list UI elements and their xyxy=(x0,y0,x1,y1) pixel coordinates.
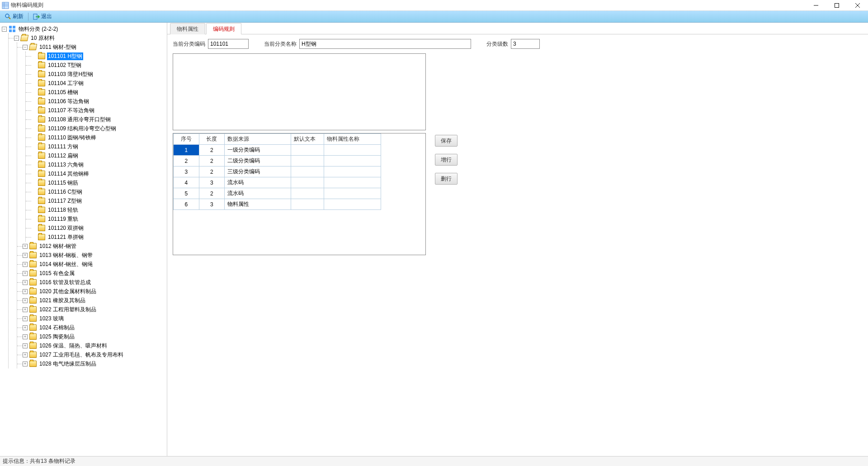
grid-cell[interactable] xyxy=(291,199,324,210)
tree-level1-node[interactable]: −10 原材料 xyxy=(9,33,167,43)
tree-sibling-node[interactable]: +1026 保温、隔热、吸声材料 xyxy=(17,341,167,350)
tree-leaf-node[interactable]: 101117 Z型钢 xyxy=(26,196,167,205)
col-header-src[interactable]: 数据来源 xyxy=(225,134,291,145)
grid-cell[interactable] xyxy=(324,188,381,199)
expand-toggle-icon[interactable]: − xyxy=(14,36,19,41)
grid-cell[interactable]: 一级分类编码 xyxy=(225,145,291,156)
table-row[interactable]: 63物料属性 xyxy=(174,199,381,210)
refresh-button[interactable]: 刷新 xyxy=(2,12,26,22)
tree-leaf-node[interactable]: 101104 工字钢 xyxy=(26,79,167,88)
grid-cell[interactable]: 3 xyxy=(199,177,225,188)
grid-cell[interactable] xyxy=(324,199,381,210)
tree-sibling-node[interactable]: +1021 橡胶及其制品 xyxy=(17,296,167,305)
expand-toggle-icon[interactable]: + xyxy=(23,280,28,285)
grid-cell[interactable] xyxy=(324,166,381,177)
exit-button[interactable]: 退出 xyxy=(30,12,55,22)
tree-leaf-node[interactable]: 101111 方钢 xyxy=(26,142,167,151)
tree-leaf-node[interactable]: 101102 T型钢 xyxy=(26,61,167,70)
grid-cell[interactable]: 1 xyxy=(174,145,199,156)
grid-cell[interactable]: 2 xyxy=(174,156,199,166)
minimize-button[interactable] xyxy=(806,0,826,11)
level-input[interactable] xyxy=(511,39,540,49)
tree-leaf-node[interactable]: 101108 通用冷弯开口型钢 xyxy=(26,115,167,124)
tree-leaf-node[interactable]: 101106 等边角钢 xyxy=(26,97,167,106)
table-row[interactable]: 22二级分类编码 xyxy=(174,156,381,166)
tree-leaf-node[interactable]: 101114 其他钢棒 xyxy=(26,169,167,178)
tree-leaf-node[interactable]: 101109 结构用冷弯空心型钢 xyxy=(26,124,167,133)
tree-scroll[interactable]: −物料分类 (2-2-2)−10 原材料−1011 钢材-型钢101101 H型… xyxy=(0,23,167,456)
tree-leaf-node[interactable]: 101112 扁钢 xyxy=(26,151,167,160)
grid-cell[interactable] xyxy=(291,145,324,156)
addrow-button[interactable]: 增行 xyxy=(435,154,458,166)
grid-cell[interactable]: 二级分类编码 xyxy=(225,156,291,166)
tree-level2-node[interactable]: −1011 钢材-型钢 xyxy=(17,43,167,52)
tree-leaf-node[interactable]: 101103 薄壁H型钢 xyxy=(26,70,167,79)
expand-toggle-icon[interactable]: + xyxy=(23,307,28,312)
expand-toggle-icon[interactable]: + xyxy=(23,253,28,258)
table-row[interactable]: 52流水码 xyxy=(174,188,381,199)
maximize-button[interactable] xyxy=(826,0,847,11)
close-button[interactable] xyxy=(847,0,868,11)
expand-toggle-icon[interactable]: + xyxy=(23,343,28,348)
grid-cell[interactable]: 3 xyxy=(174,166,199,177)
tree-leaf-node[interactable]: 101101 H型钢 xyxy=(26,52,167,61)
grid-cell[interactable]: 三级分类编码 xyxy=(225,166,291,177)
expand-toggle-icon[interactable]: + xyxy=(23,289,28,294)
expand-toggle-icon[interactable]: + xyxy=(23,361,28,366)
tree-leaf-node[interactable]: 101113 六角钢 xyxy=(26,160,167,169)
tree-leaf-node[interactable]: 101116 C型钢 xyxy=(26,187,167,196)
grid-cell[interactable]: 流水码 xyxy=(225,188,291,199)
grid-cell[interactable]: 5 xyxy=(174,188,199,199)
expand-toggle-icon[interactable]: + xyxy=(23,244,28,249)
tree-sibling-node[interactable]: +1020 其他金属材料制品 xyxy=(17,287,167,296)
tree-sibling-node[interactable]: +1012 钢材-钢管 xyxy=(17,242,167,251)
tree-leaf-node[interactable]: 101120 双拼钢 xyxy=(26,223,167,233)
col-header-seq[interactable]: 序号 xyxy=(174,134,199,145)
expand-toggle-icon[interactable]: − xyxy=(23,45,28,50)
tree-leaf-node[interactable]: 101115 钢筋 xyxy=(26,178,167,187)
expand-toggle-icon[interactable]: + xyxy=(23,352,28,357)
tree-sibling-node[interactable]: +1028 电气绝缘层压制品 xyxy=(17,359,167,368)
code-input[interactable] xyxy=(208,39,249,49)
grid-cell[interactable]: 2 xyxy=(199,166,225,177)
grid-cell[interactable] xyxy=(291,177,324,188)
grid-box[interactable]: 序号 长度 数据来源 默认文本 物料属性名称 12一级分类编码22二级分类编码3… xyxy=(173,133,426,255)
grid-cell[interactable] xyxy=(291,156,324,166)
tree-sibling-node[interactable]: +1025 陶瓷制品 xyxy=(17,332,167,341)
tab-coding-rule[interactable]: 编码规则 xyxy=(206,23,241,34)
tree-leaf-node[interactable]: 101105 槽钢 xyxy=(26,88,167,97)
tree-leaf-node[interactable]: 101118 轻轨 xyxy=(26,205,167,214)
col-header-len[interactable]: 长度 xyxy=(199,134,225,145)
grid-cell[interactable]: 6 xyxy=(174,199,199,210)
expand-toggle-icon[interactable]: + xyxy=(23,262,28,267)
grid-cell[interactable] xyxy=(324,177,381,188)
col-header-def[interactable]: 默认文本 xyxy=(291,134,324,145)
tree-sibling-node[interactable]: +1024 石棉制品 xyxy=(17,323,167,332)
grid-cell[interactable] xyxy=(291,188,324,199)
tree-sibling-node[interactable]: +1015 有色金属 xyxy=(17,269,167,278)
expand-toggle-icon[interactable]: + xyxy=(23,334,28,339)
tree-sibling-node[interactable]: +1023 玻璃 xyxy=(17,314,167,323)
delrow-button[interactable]: 删行 xyxy=(435,173,458,185)
grid-cell[interactable]: 2 xyxy=(199,188,225,199)
tree-leaf-node[interactable]: 101110 圆钢/铸铁棒 xyxy=(26,133,167,142)
grid-cell[interactable]: 3 xyxy=(199,199,225,210)
name-input[interactable] xyxy=(299,39,471,49)
grid-cell[interactable]: 2 xyxy=(199,145,225,156)
expand-toggle-icon[interactable]: + xyxy=(23,298,28,303)
tree-leaf-node[interactable]: 101119 重轨 xyxy=(26,214,167,223)
expand-toggle-icon[interactable]: + xyxy=(23,271,28,276)
grid-cell[interactable]: 流水码 xyxy=(225,177,291,188)
tree-sibling-node[interactable]: +1014 钢材-钢丝、钢绳 xyxy=(17,260,167,269)
expand-toggle-icon[interactable]: − xyxy=(2,27,7,32)
table-row[interactable]: 43流水码 xyxy=(174,177,381,188)
tree-sibling-node[interactable]: +1022 工程用塑料及制品 xyxy=(17,305,167,314)
grid-cell[interactable]: 物料属性 xyxy=(225,199,291,210)
table-row[interactable]: 32三级分类编码 xyxy=(174,166,381,177)
tree-root-node[interactable]: −物料分类 (2-2-2) xyxy=(0,24,167,33)
expand-toggle-icon[interactable]: + xyxy=(23,316,28,321)
grid-cell[interactable]: 2 xyxy=(199,156,225,166)
save-button[interactable]: 保存 xyxy=(435,135,458,147)
tree-sibling-node[interactable]: +1016 软管及软管总成 xyxy=(17,278,167,287)
table-row[interactable]: 12一级分类编码 xyxy=(174,145,381,156)
